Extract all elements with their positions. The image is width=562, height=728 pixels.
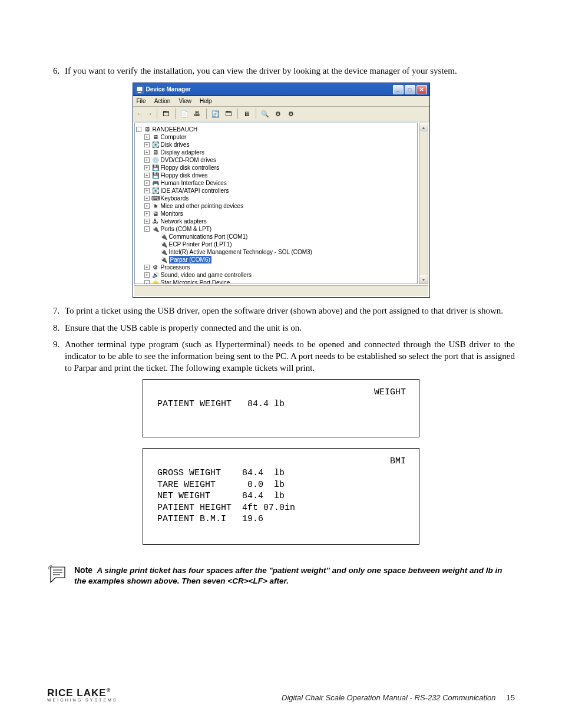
disable-icon[interactable]: ⚙ xyxy=(273,108,283,119)
ticket-row: GROSS WEIGHT 84.4 lb xyxy=(157,467,405,479)
expand-icon[interactable]: + xyxy=(144,134,150,140)
toolbar-icon[interactable]: 🗔 xyxy=(223,108,234,119)
step-number: 8. xyxy=(47,322,65,334)
floppy-drive-icon: 💾 xyxy=(151,172,160,179)
toolbar: ← → 🗔 📄 🖶 🔄 🗔 🖥 🔍 ⚙ ⚙ xyxy=(133,107,429,121)
tree-node[interactable]: +💽IDE ATA/ATAPI controllers xyxy=(136,187,416,195)
step-number: 9. xyxy=(47,338,65,374)
page-number: 15 xyxy=(507,693,515,702)
tree-node[interactable]: +🖧Network adapters xyxy=(136,218,416,225)
menu-file[interactable]: File xyxy=(137,98,146,104)
computer-root-icon: 🖥 xyxy=(143,126,151,133)
tree-leaf[interactable]: 🔌Intel(R) Active Management Technology -… xyxy=(136,248,416,256)
maximize-button[interactable]: □ xyxy=(405,85,415,94)
status-bar xyxy=(134,285,428,296)
note-label: Note xyxy=(74,565,92,575)
tree-node[interactable]: +💿DVD/CD-ROM drives xyxy=(136,156,416,164)
device-tree[interactable]: -🖥RANDEEBAUCH +🖥Computer +💽Disk drives +… xyxy=(134,123,418,284)
menu-bar: File Action View Help xyxy=(133,96,429,107)
toolbar-icon[interactable]: 🗔 xyxy=(161,108,171,119)
expand-icon[interactable]: + xyxy=(144,203,150,209)
ticket-row: PATIENT HEIGHT 4ft 07.0in xyxy=(157,502,405,514)
step-text: Ensure that the USB cable is properly co… xyxy=(65,322,515,334)
ide-icon: 💽 xyxy=(151,187,160,195)
step-text: If you want to verify the installation, … xyxy=(65,65,515,77)
monitor-icon: 🖥 xyxy=(151,210,160,218)
collapse-icon[interactable]: - xyxy=(136,127,141,132)
ticket-row: TARE WEIGHT 0.0 lb xyxy=(157,479,405,491)
scroll-down-icon[interactable]: ▾ xyxy=(419,275,428,284)
brand-logo: RICE LAKE® WEIGHING SYSTEMS xyxy=(47,688,118,702)
scrollbar[interactable]: ▴ ▾ xyxy=(419,123,428,284)
expand-icon[interactable]: + xyxy=(144,211,150,216)
tree-leaf-selected[interactable]: 🔌Parpar (COM6) xyxy=(136,256,416,263)
tree-node[interactable]: +🖥Monitors xyxy=(136,210,416,218)
footer-doc-info: Digital Chair Scale Operation Manual - R… xyxy=(282,693,515,702)
ticket-weight: WEIGHT PATIENT WEIGHT 84.4 lb xyxy=(143,379,419,438)
step-7: 7. To print a ticket using the USB drive… xyxy=(47,305,515,317)
svg-rect-0 xyxy=(137,87,143,91)
tree-node[interactable]: +🔊Sound, video and game controllers xyxy=(136,271,416,279)
step-text: Another terminal type program (such as H… xyxy=(65,338,515,374)
properties-icon[interactable]: 📄 xyxy=(179,108,190,119)
update-icon[interactable]: ⚙ xyxy=(286,108,296,119)
tree-node[interactable]: +⌨Keyboards xyxy=(136,195,416,202)
expand-icon[interactable]: + xyxy=(144,180,150,186)
processor-icon: ⚙ xyxy=(151,264,160,271)
device-manager-window: Device Manager _ □ ✕ File Action View He… xyxy=(133,83,430,298)
tree-node[interactable]: +🖥Computer xyxy=(136,133,416,141)
tree-node[interactable]: +⚙Processors xyxy=(136,263,416,271)
note-content: Note A single print ticket has four spac… xyxy=(74,565,515,587)
expand-icon[interactable]: + xyxy=(144,165,150,170)
expand-icon[interactable]: + xyxy=(144,173,150,178)
minimize-button[interactable]: _ xyxy=(393,85,404,94)
tree-node[interactable]: -⭐Star Micronics Port Device xyxy=(136,279,416,284)
uninstall-icon[interactable]: 🖥 xyxy=(242,108,252,119)
floppy-ctrl-icon: 💾 xyxy=(151,164,160,172)
doc-title: Digital Chair Scale Operation Manual - R… xyxy=(282,693,495,702)
collapse-icon[interactable]: - xyxy=(144,280,150,284)
tree-node[interactable]: +💾Floppy disk drives xyxy=(136,172,416,179)
expand-icon[interactable]: + xyxy=(144,142,150,147)
tree-leaf[interactable]: 🔌Communications Port (COM1) xyxy=(136,233,416,241)
instruction-list-2: 7. To print a ticket using the USB drive… xyxy=(47,305,515,374)
scan-icon[interactable]: 🔍 xyxy=(260,108,270,119)
disk-icon: 💽 xyxy=(151,141,160,149)
tree-node[interactable]: +💽Disk drives xyxy=(136,141,416,149)
tree-node[interactable]: +🖱Mice and other pointing devices xyxy=(136,202,416,210)
expand-icon[interactable]: + xyxy=(144,272,150,278)
step-number: 7. xyxy=(47,305,65,317)
expand-icon[interactable]: + xyxy=(144,196,150,201)
menu-help[interactable]: Help xyxy=(200,98,212,104)
tree-node[interactable]: +🎮Human Interface Devices xyxy=(136,179,416,187)
window-title: Device Manager xyxy=(146,86,393,93)
expand-icon[interactable]: + xyxy=(144,150,150,155)
ticket-row: PATIENT WEIGHT 84.4 lb xyxy=(157,398,405,410)
tree-node[interactable]: +🖥Display adapters xyxy=(136,149,416,156)
tree-root[interactable]: -🖥RANDEEBAUCH xyxy=(136,126,416,133)
collapse-icon[interactable]: - xyxy=(144,226,150,232)
tree-node[interactable]: +💾Floppy disk controllers xyxy=(136,164,416,172)
expand-icon[interactable]: + xyxy=(144,157,150,163)
page-footer: RICE LAKE® WEIGHING SYSTEMS Digital Chai… xyxy=(47,688,515,702)
scroll-up-icon[interactable]: ▴ xyxy=(419,123,428,131)
expand-icon[interactable]: + xyxy=(144,219,150,224)
step-text: To print a ticket using the USB driver, … xyxy=(65,305,515,317)
expand-icon[interactable]: + xyxy=(144,188,150,193)
note-text: A single print ticket has four spaces af… xyxy=(74,566,503,585)
tree-node-ports[interactable]: -🔌Ports (COM & LPT) xyxy=(136,225,416,233)
port-icon: 🔌 xyxy=(160,233,168,241)
menu-action[interactable]: Action xyxy=(154,98,171,104)
note-icon xyxy=(47,565,71,585)
tree-leaf[interactable]: 🔌ECP Printer Port (LPT1) xyxy=(136,241,416,248)
dvd-icon: 💿 xyxy=(151,157,160,164)
ticket-row: NET WEIGHT 84.4 lb xyxy=(157,490,405,502)
forward-icon[interactable]: → xyxy=(146,110,153,118)
back-icon[interactable]: ← xyxy=(137,110,144,118)
print-icon[interactable]: 🖶 xyxy=(192,108,203,119)
close-button[interactable]: ✕ xyxy=(416,85,427,94)
menu-view[interactable]: View xyxy=(178,98,191,104)
device-manager-figure: Device Manager _ □ ✕ File Action View He… xyxy=(47,83,515,298)
expand-icon[interactable]: + xyxy=(144,265,150,270)
refresh-icon[interactable]: 🔄 xyxy=(210,108,221,119)
